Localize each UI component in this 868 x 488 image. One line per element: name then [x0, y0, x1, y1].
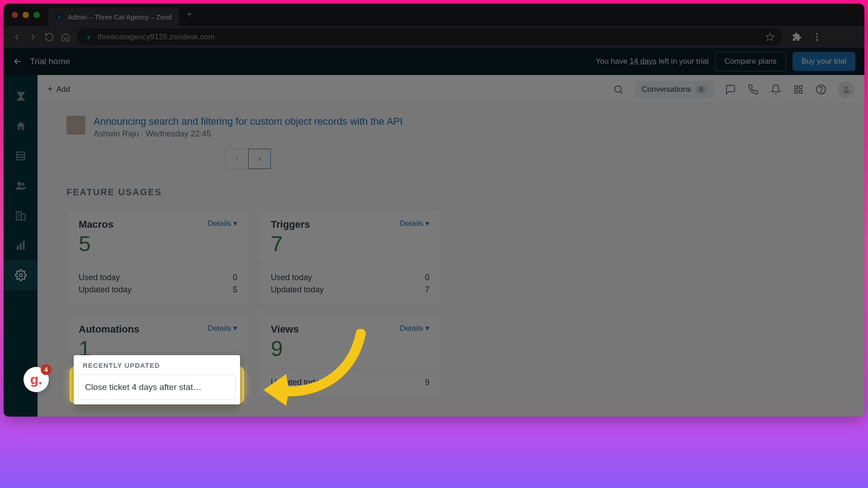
sidebar-item-views[interactable] [4, 141, 38, 171]
conversations-pill[interactable]: Conversations 0 [636, 81, 713, 98]
extensions-icon[interactable] [792, 32, 802, 42]
svg-rect-9 [21, 214, 25, 220]
svg-point-7 [22, 183, 24, 186]
card-title: Automations [79, 324, 139, 335]
maximize-window-button[interactable] [33, 12, 40, 18]
conversations-count: 0 [695, 85, 707, 94]
left-sidebar [4, 75, 38, 417]
plus-icon: + [47, 84, 53, 94]
home-icon[interactable] [61, 32, 71, 42]
card-title: Macros [79, 219, 113, 230]
sidebar-item-admin[interactable] [4, 260, 38, 290]
popup-item-close-ticket[interactable]: Close ticket 4 days after stat… [78, 375, 236, 400]
site-favicon-icon: z [84, 33, 93, 42]
stat-label: Used today [79, 273, 120, 282]
details-toggle[interactable]: Details ▾ [208, 219, 237, 228]
phone-icon[interactable] [748, 84, 759, 95]
trial-days-left[interactable]: 14 days [630, 57, 657, 66]
url-text: threecatagency9128.zendesk.com [98, 33, 215, 42]
new-tab-button[interactable]: + [185, 11, 193, 19]
bookmark-star-icon[interactable] [765, 32, 775, 42]
popup-header: RECENTLY UPDATED [74, 355, 240, 372]
sidebar-item-reporting[interactable] [4, 230, 38, 260]
add-button[interactable]: +Add [47, 84, 70, 94]
stat-label: Used today [271, 273, 312, 282]
trial-back-icon[interactable] [13, 56, 23, 66]
sidebar-item-dashboard[interactable] [4, 81, 38, 111]
svg-point-2 [816, 39, 818, 41]
svg-rect-20 [799, 86, 802, 89]
details-toggle[interactable]: Details ▾ [400, 219, 429, 228]
details-toggle[interactable]: Details ▾ [400, 324, 429, 333]
svg-rect-21 [795, 90, 797, 93]
svg-rect-13 [17, 245, 19, 250]
svg-point-25 [844, 86, 848, 89]
notifications-icon[interactable] [770, 84, 781, 95]
tab-title: Admin – Three Cat Agency – Zend [68, 13, 172, 21]
close-window-button[interactable] [12, 12, 18, 18]
browser-toolbar: z threecatagency9128.zendesk.com [4, 26, 864, 48]
profile-avatar[interactable] [838, 81, 854, 98]
pager-next[interactable]: › [248, 149, 271, 169]
address-bar[interactable]: z threecatagency9128.zendesk.com [77, 28, 782, 45]
card-count: 7 [271, 231, 429, 256]
details-toggle[interactable]: Details ▾ [208, 324, 237, 333]
svg-point-24 [821, 91, 821, 92]
pager-prev[interactable]: ‹ [226, 149, 248, 169]
sidebar-item-home[interactable] [4, 111, 38, 141]
buy-trial-button[interactable]: Buy your trial [793, 52, 855, 71]
svg-rect-19 [795, 86, 797, 89]
minimize-window-button[interactable] [23, 12, 29, 18]
conversations-label: Conversations [642, 85, 691, 94]
svg-rect-22 [799, 90, 802, 93]
svg-point-16 [19, 274, 22, 277]
svg-rect-15 [23, 241, 24, 250]
annotation-arrow [257, 329, 374, 412]
compare-plans-button[interactable]: Compare plans [715, 52, 786, 71]
stat-label: Updated today [79, 285, 132, 295]
svg-point-1 [816, 36, 818, 38]
stat-value: 9 [425, 378, 429, 387]
window-controls [12, 12, 40, 18]
svg-rect-3 [17, 152, 24, 160]
help-icon[interactable] [816, 84, 826, 95]
add-label: Add [57, 85, 70, 94]
stat-value: 5 [233, 285, 237, 295]
card-count: 5 [79, 231, 237, 256]
zendesk-favicon-icon: z [55, 13, 63, 21]
stat-value: 7 [425, 285, 429, 295]
chat-icon[interactable] [725, 84, 736, 95]
svg-point-17 [615, 86, 621, 92]
browser-tab[interactable]: z Admin – Three Cat Agency – Zend [48, 8, 179, 26]
sidebar-item-organizations[interactable] [4, 201, 38, 230]
back-icon[interactable] [12, 32, 22, 42]
card-title: Triggers [271, 219, 310, 230]
stat-value: 0 [233, 273, 237, 282]
svg-line-18 [620, 91, 623, 94]
top-nav: +Add Conversations 0 [38, 75, 864, 104]
svg-point-6 [17, 182, 21, 186]
reload-icon[interactable] [44, 32, 54, 42]
browser-tab-strip: z Admin – Three Cat Agency – Zend + [4, 4, 864, 26]
recently-updated-popup: RECENTLY UPDATED Close ticket 4 days aft… [74, 355, 240, 404]
announcement: Announcing search and filtering for cust… [66, 116, 835, 139]
card-triggers: Triggers Details ▾ 7 Used today0 Updated… [259, 209, 442, 305]
trial-banner: Trial home You have 14 days left in your… [4, 48, 864, 75]
section-heading: FEATURE USAGES [66, 187, 835, 197]
svg-point-0 [816, 33, 818, 35]
forward-icon[interactable] [28, 32, 38, 42]
stat-value: 0 [425, 273, 429, 282]
announcement-title[interactable]: Announcing search and filtering for cust… [94, 116, 403, 127]
announcement-meta: Ashwin Raju · Wednesday 22:45 [94, 129, 403, 139]
card-macros: Macros Details ▾ 5 Used today0 Updated t… [66, 209, 250, 305]
sidebar-item-customers[interactable] [4, 171, 38, 201]
guru-widget[interactable]: g. 4 [24, 367, 49, 392]
apps-icon[interactable] [793, 84, 804, 95]
stat-label: Updated today [271, 285, 324, 295]
chrome-menu-icon[interactable] [812, 32, 822, 42]
trial-message: You have 14 days left in your trial [596, 57, 709, 66]
search-icon[interactable] [613, 84, 624, 95]
author-avatar [66, 116, 85, 135]
guru-badge-count: 4 [41, 364, 52, 375]
trial-home-link[interactable]: Trial home [30, 56, 70, 66]
